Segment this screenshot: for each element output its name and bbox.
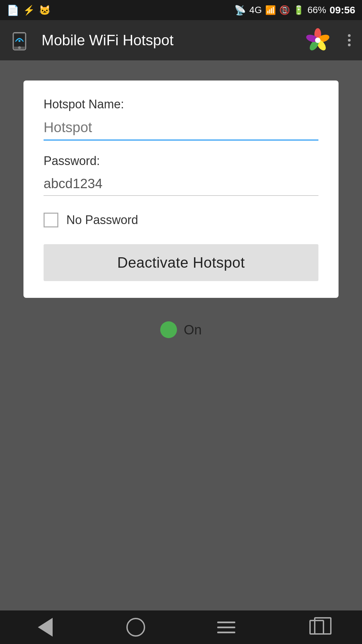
- notification-icon: 🐱: [39, 5, 51, 16]
- status-indicator: On: [160, 321, 201, 338]
- nav-bar: [0, 610, 362, 644]
- no-password-checkbox[interactable]: [44, 213, 58, 227]
- no-password-label: No Password: [66, 213, 138, 227]
- menu-line-1: [217, 622, 235, 623]
- password-label: Password:: [44, 154, 318, 168]
- svg-point-2: [18, 40, 20, 42]
- nav-menu-button[interactable]: [213, 614, 240, 641]
- status-label: On: [184, 322, 201, 337]
- hotspot-icon: 📡: [234, 5, 246, 16]
- dot1: [348, 34, 351, 37]
- battery-percent: 66%: [307, 5, 326, 15]
- status-dot: [160, 321, 177, 338]
- hotspot-name-label: Hotspot Name:: [44, 97, 318, 111]
- menu-line-2: [217, 627, 235, 628]
- more-options-button[interactable]: [345, 31, 354, 50]
- app-bar: Mobile WiFi Hotspot: [0, 20, 362, 60]
- signal-icon: 📶: [265, 5, 276, 15]
- nav-back-button[interactable]: [32, 614, 59, 641]
- dot2: [348, 39, 351, 42]
- no-signal-icon: 📵: [279, 5, 290, 15]
- no-password-row[interactable]: No Password: [44, 213, 318, 227]
- status-bar-left: 📄 ⚡ 🐱: [7, 4, 51, 16]
- menu-icon: [217, 622, 235, 633]
- password-input[interactable]: [44, 173, 318, 196]
- app-icon-container: [8, 27, 35, 54]
- nav-recents-button[interactable]: [303, 614, 330, 641]
- file-icon: 📄: [7, 4, 19, 16]
- status-bar-right: 📡 4G 📶 📵 🔋 66% 09:56: [234, 4, 355, 16]
- deactivate-hotspot-button[interactable]: Deactivate Hotspot: [44, 244, 318, 281]
- flower-icon[interactable]: [304, 27, 331, 54]
- app-icon: [10, 29, 33, 52]
- nav-home-button[interactable]: [122, 614, 149, 641]
- usb-icon: ⚡: [23, 5, 35, 16]
- network-type: 4G: [249, 5, 262, 15]
- app-title: Mobile WiFi Hotspot: [42, 32, 298, 49]
- status-bar: 📄 ⚡ 🐱 📡 4G 📶 📵 🔋 66% 09:56: [0, 0, 362, 20]
- menu-line-3: [217, 632, 235, 633]
- dot3: [348, 44, 351, 46]
- time-display: 09:56: [329, 4, 355, 16]
- back-icon: [38, 618, 53, 637]
- svg-point-9: [315, 38, 320, 43]
- settings-card: Hotspot Name: Password: No Password Deac…: [23, 80, 339, 298]
- recents-icon: [309, 620, 324, 635]
- svg-point-3: [18, 46, 21, 49]
- hotspot-name-input[interactable]: [44, 117, 318, 141]
- battery-icon: 🔋: [293, 5, 304, 15]
- main-content: Hotspot Name: Password: No Password Deac…: [0, 60, 362, 610]
- home-icon: [126, 618, 145, 637]
